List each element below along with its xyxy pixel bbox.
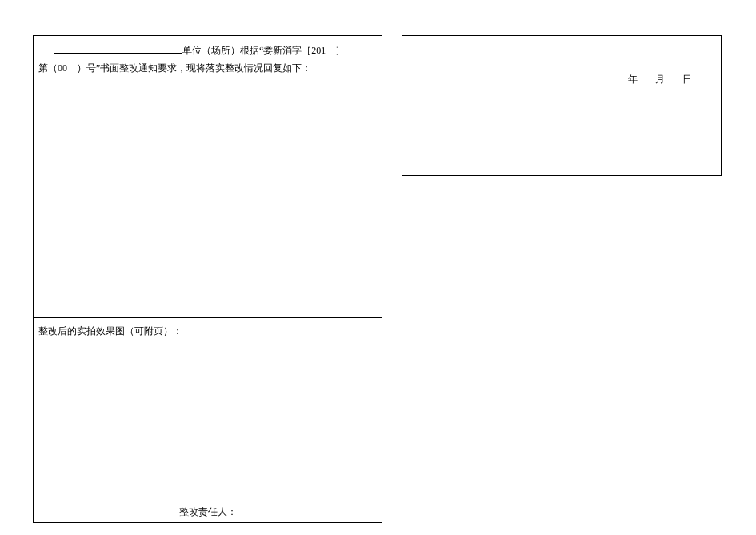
rectification-reply-cell: 单位（场所）根据“娄新消字［201 ］ 第（00 ）号”书面整改通知要求，现将落… <box>34 36 382 318</box>
intro-text-line1: 单位（场所）根据“娄新消字［201 ］ <box>182 45 345 56</box>
unit-name-blank[interactable] <box>54 53 182 54</box>
photo-section-cell: 整改后的实拍效果图（可附页）： 整改责任人： <box>34 318 382 522</box>
responsible-person-label: 整改责任人： <box>179 506 237 517</box>
date-day-label: 日 <box>682 74 692 85</box>
date-line: 年月日 <box>604 73 692 86</box>
left-form-box: 单位（场所）根据“娄新消字［201 ］ 第（00 ）号”书面整改通知要求，现将落… <box>33 35 382 523</box>
right-date-box: 年月日 <box>402 35 722 176</box>
document-page: 单位（场所）根据“娄新消字［201 ］ 第（00 ）号”书面整改通知要求，现将落… <box>0 0 756 535</box>
photo-section-label: 整改后的实拍效果图（可附页）： <box>38 325 182 337</box>
date-year-label: 年 <box>628 74 638 85</box>
intro-text-line2: 第（00 ）号”书面整改通知要求，现将落实整改情况回复如下： <box>38 62 311 74</box>
date-month-label: 月 <box>655 74 665 85</box>
responsible-person-line: 整改责任人： <box>34 505 382 519</box>
